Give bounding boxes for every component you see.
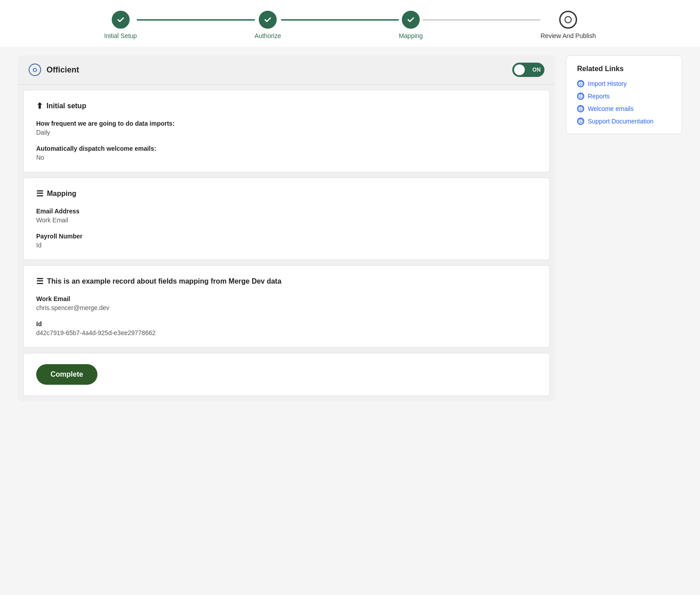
left-content: O Officient ON ⬆ Initial setup How frequ… [18,55,555,401]
welcome-emails-value: No [36,154,537,161]
step-line-1 [137,19,254,21]
integration-title-group: O Officient [29,64,79,76]
step-label-mapping: Mapping [399,32,423,39]
related-link-import-history[interactable]: ⓘ Import History [577,80,671,87]
checkmark-icon-3 [406,15,415,24]
initial-setup-title: ⬆ Initial setup [36,101,537,111]
related-link-reports[interactable]: ⓘ Reports [577,93,671,100]
toggle-label: ON [532,67,541,73]
link-icon-import-history: ⓘ [577,80,584,87]
complete-button[interactable]: Complete [36,364,97,385]
step-initial-setup: Initial Setup [104,11,137,39]
payroll-number-label: Payroll Number [36,233,537,240]
step-circle-review-publish [559,11,577,29]
welcome-emails-group: Automatically dispatch welcome emails: N… [36,145,537,161]
progress-bar: Initial Setup Authorize Mapping [0,0,700,47]
payroll-number-group: Payroll Number Id [36,233,537,249]
example-record-title: ☰ This is an example record about fields… [36,276,537,286]
main-layout: O Officient ON ⬆ Initial setup How frequ… [0,47,700,419]
right-sidebar: Related Links ⓘ Import History ⓘ Reports… [566,55,682,401]
step-review-publish: Review And Publish [540,11,596,39]
work-email-group: Work Email chris.spencer@merge.dev [36,295,537,311]
import-frequency-group: How frequent we are going to do data imp… [36,120,537,136]
step-label-initial-setup: Initial Setup [104,32,137,39]
initial-setup-section: ⬆ Initial setup How frequent we are goin… [23,90,550,172]
step-circle-mapping [402,11,420,29]
toggle-knob [514,64,525,75]
related-link-label-welcome-emails: Welcome emails [588,105,633,112]
link-icon-reports: ⓘ [577,93,584,100]
on-off-toggle[interactable]: ON [512,63,544,77]
initial-setup-icon: ⬆ [36,101,43,111]
work-email-value: chris.spencer@merge.dev [36,304,537,311]
integration-icon: O [29,64,41,76]
related-links-title: Related Links [577,65,671,73]
toggle-container[interactable]: ON [512,63,544,77]
related-link-label-reports: Reports [588,93,610,100]
record-id-value: d42c7919-65b7-4a4d-925d-e3ee29778662 [36,329,537,336]
related-link-label-import-history: Import History [588,80,627,87]
progress-steps: Initial Setup Authorize Mapping [104,11,596,39]
checkmark-icon [116,15,125,24]
mapping-icon: ☰ [36,189,43,199]
step-circle-authorize [259,11,277,29]
example-record-icon: ☰ [36,276,43,286]
step-circle-initial-setup [112,11,130,29]
related-link-welcome-emails[interactable]: ⓘ Welcome emails [577,105,671,112]
record-id-label: Id [36,320,537,327]
email-address-label: Email Address [36,208,537,215]
record-id-group: Id d42c7919-65b7-4a4d-925d-e3ee29778662 [36,320,537,336]
related-link-support-docs[interactable]: ⓘ Support Documentation [577,118,671,125]
link-icon-support-docs: ⓘ [577,118,584,125]
example-record-section: ☰ This is an example record about fields… [23,265,550,348]
circle-empty-icon [564,16,572,24]
integration-header: O Officient ON [18,55,555,85]
import-frequency-label: How frequent we are going to do data imp… [36,120,537,127]
step-line-3 [423,19,540,21]
integration-name: Officient [46,65,79,75]
step-line-2 [281,19,399,21]
complete-section: Complete [23,353,550,396]
svg-point-0 [565,17,571,23]
related-links-card: Related Links ⓘ Import History ⓘ Reports… [566,55,682,134]
step-label-authorize: Authorize [255,32,281,39]
mapping-section: ☰ Mapping Email Address Work Email Payro… [23,178,550,260]
related-link-label-support-docs: Support Documentation [588,118,654,125]
step-authorize: Authorize [255,11,281,39]
import-frequency-value: Daily [36,129,537,136]
welcome-emails-label: Automatically dispatch welcome emails: [36,145,537,152]
link-icon-welcome-emails: ⓘ [577,105,584,112]
email-address-group: Email Address Work Email [36,208,537,224]
step-label-review-publish: Review And Publish [540,32,596,39]
email-address-value: Work Email [36,217,537,224]
step-mapping: Mapping [399,11,423,39]
checkmark-icon-2 [263,15,272,24]
mapping-title: ☰ Mapping [36,189,537,199]
work-email-label: Work Email [36,295,537,302]
payroll-number-value: Id [36,242,537,249]
